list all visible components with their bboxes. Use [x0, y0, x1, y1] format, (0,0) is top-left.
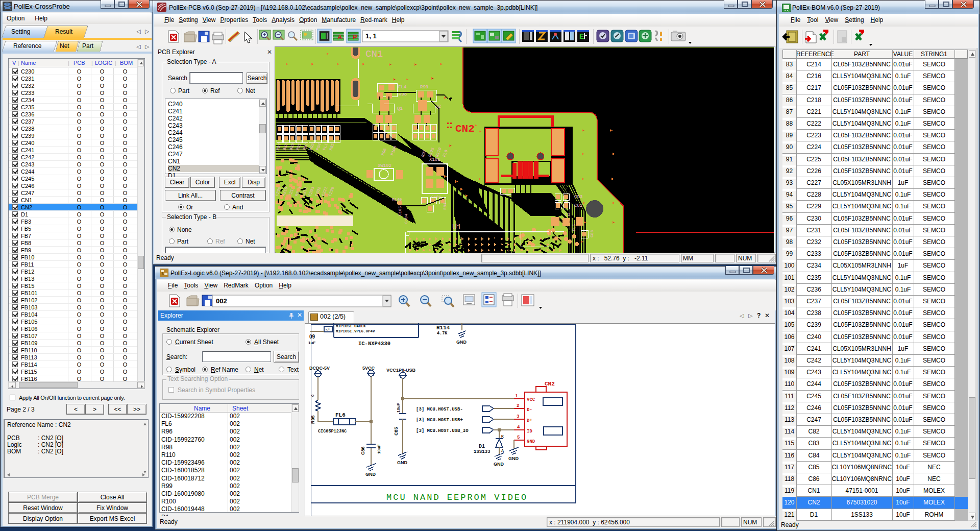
svg-text:[3] MCU.HOST.USB-: [3] MCU.HOST.USB-: [416, 407, 463, 412]
svg-text:C86: C86: [590, 230, 594, 237]
svg-text:10uF: 10uF: [377, 444, 381, 454]
svg-text:D+: D+: [527, 418, 532, 423]
svg-text:GND: GND: [456, 340, 467, 345]
svg-text:R95: R95: [310, 415, 315, 424]
svg-text:C93: C93: [574, 195, 582, 200]
svg-text:09: 09: [309, 334, 315, 340]
svg-text:MIPIOSI.VPE6.0P4V: MIPIOSI.VPE6.0P4V: [336, 329, 375, 333]
svg-text:CN2: CN2: [455, 123, 475, 135]
svg-text:C101: C101: [431, 195, 441, 199]
svg-text:T3: T3: [565, 212, 570, 218]
svg-text:C82: C82: [574, 203, 582, 208]
svg-text:D1: D1: [479, 444, 485, 449]
svg-text:R114: R114: [436, 325, 450, 331]
svg-text:CN1: CN1: [365, 49, 383, 60]
svg-text:1SS133: 1SS133: [474, 449, 490, 454]
svg-text:FL6: FL6: [335, 412, 346, 418]
svg-text:MCU NAND EEPROM VIDEO: MCU NAND EEPROM VIDEO: [386, 493, 528, 502]
svg-text:C105: C105: [398, 206, 402, 216]
svg-text:GND: GND: [365, 472, 376, 477]
svg-text:5: 5: [517, 435, 520, 440]
svg-text:VCC: VCC: [527, 397, 535, 402]
svg-text:1uF: 1uF: [308, 341, 315, 345]
svg-text:0: 0: [310, 394, 315, 397]
svg-text:3: 3: [517, 414, 519, 419]
svg-text:P: P: [353, 33, 357, 41]
svg-text:GND: GND: [397, 460, 408, 465]
svg-text:X101: X101: [429, 157, 440, 162]
svg-text:002: 002: [216, 297, 227, 305]
svg-text:<*: <*: [326, 327, 330, 332]
svg-text:GND: GND: [527, 439, 535, 444]
svg-text:IC-NXP4330: IC-NXP4330: [358, 341, 390, 347]
svg-text:C85: C85: [394, 427, 399, 436]
svg-text:VCC1P0-USB: VCC1P0-USB: [386, 368, 416, 373]
svg-text:1, 1: 1, 1: [365, 32, 377, 40]
svg-text:Q1: Q1: [397, 106, 403, 111]
svg-text:E: E: [579, 32, 584, 40]
svg-text:4: 4: [517, 425, 520, 430]
svg-text:MIPIOSI.UACLK: MIPIOSI.UACLK: [336, 324, 366, 328]
svg-text:[3] MCU.HOST.USB+: [3] MCU.HOST.USB+: [416, 418, 463, 423]
svg-text:SW102: SW102: [378, 163, 391, 168]
svg-text:FL5: FL5: [572, 224, 576, 231]
svg-text:ID: ID: [527, 429, 532, 434]
svg-text:R99: R99: [420, 85, 428, 90]
svg-text:A: A: [337, 33, 342, 41]
svg-text:5VCC: 5VCC: [362, 366, 375, 371]
svg-text:FL4: FL4: [398, 85, 406, 90]
svg-text:D-: D-: [527, 407, 532, 413]
svg-text:CIC05P12JNC: CIC05P12JNC: [318, 429, 347, 434]
svg-text:10uF: 10uF: [396, 403, 401, 413]
svg-text:GND: GND: [508, 456, 519, 461]
svg-text:1: 1: [515, 394, 518, 399]
svg-text:[3] MCU.HOST.USB_IO: [3] MCU.HOST.USB_IO: [416, 428, 469, 433]
svg-text:DCDC-5V: DCDC-5V: [309, 366, 330, 371]
svg-text:U1: U1: [452, 223, 461, 232]
svg-text:C86: C86: [360, 446, 365, 455]
svg-text:4.7K: 4.7K: [437, 331, 448, 336]
svg-text:GND: GND: [494, 462, 504, 467]
svg-text:C104: C104: [404, 214, 408, 224]
svg-text:2: 2: [517, 403, 519, 408]
svg-text:K: K: [501, 435, 504, 438]
svg-text:R84: R84: [443, 202, 447, 210]
svg-text:A: A: [501, 449, 504, 452]
